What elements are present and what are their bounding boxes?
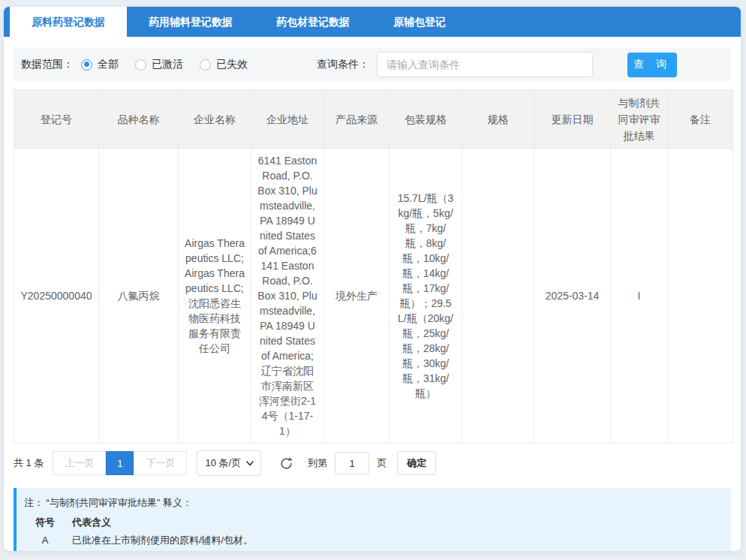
column-header-review-result: 与制剂共同审评审批结果	[611, 90, 668, 149]
radio-activated-label: 已激活	[152, 58, 183, 71]
radio-unselected-icon[interactable]	[135, 59, 146, 71]
cell-remark	[668, 149, 733, 444]
cell-variety: 八氟丙烷	[99, 149, 179, 444]
note-symbol-i: I	[24, 549, 66, 552]
note-meaning-a: 已批准在上市制剂使用的原料/辅料/包材。	[66, 531, 288, 549]
goto-page-label: 到第	[308, 456, 327, 470]
page-number-button[interactable]: 1	[106, 451, 134, 475]
radio-unselected-icon[interactable]	[200, 59, 211, 71]
prev-page-button[interactable]: 上一页	[53, 451, 106, 475]
query-condition-label: 查询条件：	[317, 58, 369, 71]
column-header-variety: 品种名称	[99, 90, 179, 149]
confirm-button[interactable]: 确定	[397, 451, 436, 475]
registration-table: 登记号 品种名称 企业名称 企业地址 产品来源 包装规格 规格 更新日期 与制剂…	[14, 89, 733, 444]
page-size-value: 10 条/页	[205, 456, 241, 470]
note-box: 注： “与制剂共同审评审批结果” 释义： 符号 代表含义 A 已批准在上市制剂使…	[14, 488, 731, 552]
note-symbol-a: A	[24, 531, 66, 549]
radio-expired-label: 已失效	[216, 58, 248, 71]
note-meaning-header: 代表含义	[66, 513, 288, 531]
column-header-reg-no: 登记号	[14, 90, 99, 149]
table-row: Y20250000040 八氟丙烷 Airgas Therapeutics LL…	[14, 149, 733, 444]
pagination-bar: 共 1 条 上一页 1 下一页 10 条/页 到第 页 确定	[14, 450, 731, 476]
column-header-address: 企业地址	[251, 90, 324, 149]
cell-packaging: 15.7L/瓶（3kg/瓶，5kg/瓶，7kg/瓶，8kg/瓶，10kg/瓶，1…	[390, 149, 462, 444]
cell-company: Airgas Therapeutics LLC;Airgas Therapeut…	[179, 149, 251, 444]
page-size-select[interactable]: 10 条/页	[197, 450, 261, 476]
note-legend-header-row: 符号 代表含义	[24, 513, 288, 531]
table-header-row: 登记号 品种名称 企业名称 企业地址 产品来源 包装规格 规格 更新日期 与制剂…	[14, 90, 733, 149]
radio-all-label: 全部	[98, 58, 119, 71]
note-legend-table: 符号 代表含义 A 已批准在上市制剂使用的原料/辅料/包材。 I 尚未通过与制剂…	[24, 513, 288, 552]
goto-page-suffix: 页	[377, 456, 387, 470]
column-header-update-date: 更新日期	[534, 90, 611, 149]
note-legend-row-a: A 已批准在上市制剂使用的原料/辅料/包材。	[24, 531, 288, 549]
cell-reg-no: Y20250000040	[14, 149, 99, 444]
filter-bar: 数据范围： 全部 已激活 已失效 查询条件： 查 询	[14, 47, 731, 82]
note-title: 注： “与制剂共同审评审批结果” 释义：	[24, 495, 722, 510]
column-header-remark: 备注	[668, 90, 733, 149]
column-header-source: 产品来源	[324, 90, 390, 149]
search-button[interactable]: 查 询	[627, 53, 677, 77]
query-input[interactable]	[377, 52, 593, 77]
tab-bar: 原料药登记数据 药用辅料登记数据 药包材登记数据 原辅包登记	[4, 7, 741, 37]
cell-spec	[462, 149, 534, 444]
total-count: 共 1 条	[14, 456, 44, 470]
data-scope-radio-group: 全部 已激活 已失效	[81, 58, 264, 71]
tab-raw-material-data[interactable]: 原料药登记数据	[10, 7, 127, 37]
next-page-button[interactable]: 下一页	[134, 451, 187, 475]
radio-expired[interactable]: 已失效	[200, 58, 248, 71]
column-header-spec: 规格	[462, 90, 534, 149]
column-header-packaging: 包装规格	[390, 90, 462, 149]
main-panel: 原料药登记数据 药用辅料登记数据 药包材登记数据 原辅包登记 数据范围： 全部 …	[3, 6, 741, 552]
tab-raw-excipient-packaging[interactable]: 原辅包登记	[371, 7, 468, 37]
note-legend-row-i: I 尚未通过与制剂共同审评审批的原料/辅料/包材。	[24, 549, 288, 552]
tab-packaging-material-data[interactable]: 药包材登记数据	[254, 7, 371, 37]
goto-page-input[interactable]	[335, 452, 369, 474]
cell-address: 6141 Easton Road, P.O. Box 310, Plumstea…	[251, 149, 324, 444]
cell-review-result: I	[611, 149, 668, 444]
cell-source: 境外生产	[324, 149, 390, 444]
data-scope-label: 数据范围：	[21, 58, 74, 71]
refresh-icon[interactable]	[278, 455, 294, 471]
radio-selected-icon[interactable]	[81, 59, 92, 71]
radio-all[interactable]: 全部	[81, 58, 119, 71]
chevron-down-icon	[245, 459, 254, 468]
column-header-company: 企业名称	[179, 90, 251, 149]
note-meaning-i: 尚未通过与制剂共同审评审批的原料/辅料/包材。	[66, 549, 288, 552]
cell-update-date: 2025-03-14	[534, 149, 611, 444]
radio-activated[interactable]: 已激活	[135, 58, 183, 71]
note-symbol-header: 符号	[24, 513, 66, 531]
tab-excipient-data[interactable]: 药用辅料登记数据	[127, 7, 254, 37]
